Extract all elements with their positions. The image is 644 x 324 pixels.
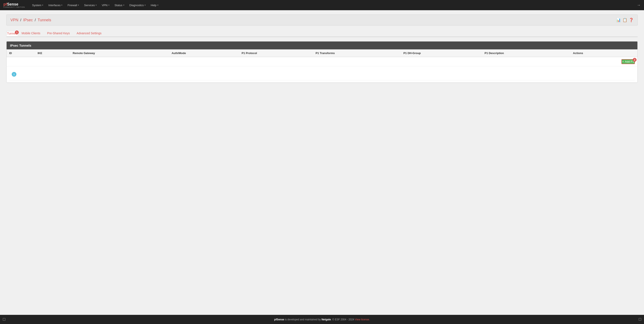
breadcrumb-tunnels[interactable]: Tunnels — [38, 18, 51, 22]
add-p1-badge: 2 — [633, 58, 636, 62]
info-row: i — [6, 66, 638, 83]
tab-mobile-clients[interactable]: Mobile Clients — [18, 30, 44, 37]
col-auth-mode: Auth/Mode — [169, 49, 239, 57]
col-p1-description: P1 Description — [482, 49, 570, 57]
nav-item-system[interactable]: System ▾ — [30, 2, 45, 8]
main-content: VPN / IPsec / Tunnels 📊 📋 ❓ Tunnels 1 Mo… — [0, 10, 644, 315]
nav-item-help[interactable]: Help ▾ — [149, 2, 160, 8]
footer-netgate: Netgate — [322, 318, 331, 321]
info-icon[interactable]: i — [12, 72, 16, 77]
footer: ☐ pfSense is developed and maintained by… — [0, 315, 644, 324]
section-title: IPsec Tunnels — [6, 41, 638, 49]
tunnels-table: ID IKE Remote Gateway Auth/Mode P1 Proto… — [6, 49, 638, 83]
footer-text: pfSense is developed and maintained by N… — [6, 318, 638, 321]
main-nav: System ▾ Interfaces ▾ Firewall ▾ Service… — [30, 2, 637, 8]
nav-item-status[interactable]: Status ▾ — [112, 2, 126, 8]
ipsec-tunnels-section: IPsec Tunnels ID IKE Remote Gateway Auth… — [6, 41, 638, 83]
nav-item-services[interactable]: Services ▾ — [82, 2, 99, 8]
footer-brand: pfSense — [274, 318, 284, 321]
tab-advanced-settings[interactable]: Advanced Settings — [73, 30, 105, 37]
col-actions: Actions — [570, 49, 638, 57]
col-remote-gateway: Remote Gateway — [70, 49, 169, 57]
plus-icon: + — [622, 60, 624, 63]
breadcrumb: VPN / IPsec / Tunnels — [10, 18, 51, 22]
brand-logo[interactable]: pfSense COMMUNITY EDITION — [4, 2, 25, 8]
tabs: Tunnels 1 Mobile Clients Pre-Shared Keys… — [6, 30, 638, 37]
navbar: pfSense COMMUNITY EDITION System ▾ Inter… — [0, 0, 644, 10]
col-id: ID — [6, 49, 35, 57]
list-icon[interactable]: 📋 — [622, 18, 627, 22]
tab-pre-shared-keys[interactable]: Pre-Shared Keys — [44, 30, 73, 37]
logout-icon[interactable]: → — [637, 3, 640, 7]
col-p1-dh-group: P1 DH-Group — [401, 49, 482, 57]
breadcrumb-actions: 📊 📋 ❓ — [616, 18, 634, 22]
nav-item-diagnostics[interactable]: Diagnostics ▾ — [127, 2, 148, 8]
add-p1-button[interactable]: + Add P1 2 — [622, 59, 635, 64]
nav-item-vpn[interactable]: VPN ▾ — [100, 2, 112, 8]
nav-item-firewall[interactable]: Firewall ▾ — [66, 2, 81, 8]
col-ike: IKE — [35, 49, 70, 57]
chart-icon[interactable]: 📊 — [616, 18, 621, 22]
actions-row: + Add P1 2 — [6, 57, 638, 66]
col-p1-transforms: P1 Transforms — [313, 49, 401, 57]
breadcrumb-panel: VPN / IPsec / Tunnels 📊 📋 ❓ — [6, 14, 638, 25]
tab-tunnels[interactable]: Tunnels 1 — [6, 31, 18, 36]
footer-icon-right[interactable]: ☐ — [638, 318, 642, 322]
col-p1-protocol: P1 Protocol — [239, 49, 313, 57]
help-icon[interactable]: ❓ — [629, 18, 634, 22]
footer-icon-left[interactable]: ☐ — [2, 318, 6, 322]
nav-item-interfaces[interactable]: Interfaces ▾ — [46, 2, 64, 8]
breadcrumb-vpn[interactable]: VPN — [10, 18, 18, 22]
breadcrumb-ipsec[interactable]: IPsec — [23, 18, 33, 22]
footer-license-link[interactable]: View license. — [355, 318, 370, 321]
table-header-row: ID IKE Remote Gateway Auth/Mode P1 Proto… — [6, 49, 638, 57]
